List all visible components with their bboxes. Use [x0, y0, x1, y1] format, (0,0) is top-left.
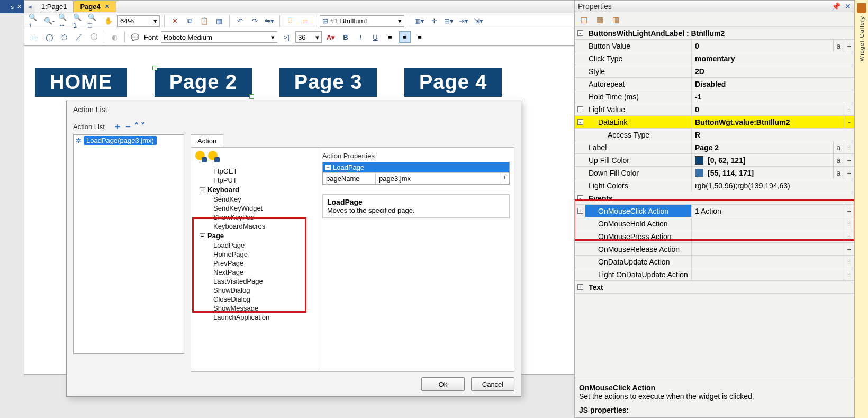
property-row[interactable]: pageName page3.jmx +	[323, 172, 509, 184]
grid-icon[interactable]: ▦	[213, 15, 225, 27]
plus-icon[interactable]: +	[844, 167, 854, 179]
move-up-icon[interactable]: ˄	[134, 121, 139, 132]
property-row[interactable]: Access TypeR	[575, 129, 854, 141]
underline-icon[interactable]: U	[369, 31, 381, 43]
property-group-events[interactable]: -Events	[575, 192, 854, 205]
add-icon[interactable]: ＋	[113, 121, 122, 132]
alphabetical-icon[interactable]: ▥	[594, 14, 605, 25]
property-row[interactable]: Light OnDataUpdate Action+	[575, 268, 854, 281]
categorized-icon[interactable]: ▤	[578, 14, 590, 25]
property-group-header[interactable]: − LoadPage	[323, 162, 509, 172]
rect-icon[interactable]: ▭	[29, 31, 40, 43]
tree-group-keyboard[interactable]: −Keyboard	[200, 185, 314, 195]
move-down-icon[interactable]: ˅	[141, 121, 145, 132]
property-row[interactable]: Up Fill Color[0, 62, 121]a+	[575, 154, 854, 167]
remove-icon[interactable]: －	[124, 121, 132, 132]
action-list-item[interactable]: ✲ LoadPage(page3.jmx)	[74, 135, 184, 146]
info-icon[interactable]: ⓘ	[88, 31, 100, 43]
collapse-icon[interactable]: -	[577, 106, 583, 112]
collapse-icon[interactable]: −	[200, 187, 205, 193]
layer2-icon[interactable]: ≣	[299, 15, 311, 27]
ellipse-icon[interactable]: ◯	[43, 31, 55, 43]
page-button-4[interactable]: Page 4	[404, 68, 502, 97]
property-row[interactable]: LabelPage 2a+	[575, 141, 854, 154]
expand-icon[interactable]: +	[577, 284, 583, 290]
page-button-3[interactable]: Page 3	[279, 68, 377, 97]
line-icon[interactable]: ／	[73, 31, 85, 43]
eraser-icon[interactable]: ◐	[108, 31, 120, 43]
spacing-icon[interactable]: ⇲▾	[473, 15, 484, 27]
widget-gallery-tab[interactable]: Widget Gallery	[855, 0, 868, 418]
tree-leaf[interactable]: SendKeyWidget	[213, 204, 314, 213]
tree-icon[interactable]	[195, 151, 205, 160]
property-row[interactable]: Style2D	[575, 65, 854, 78]
tree-leaf[interactable]: FtpPUT	[213, 176, 314, 185]
tree-leaf[interactable]: LastVisitedPage	[213, 277, 314, 286]
plus-icon[interactable]: +	[500, 173, 509, 184]
action-tree[interactable]: FtpGET FtpPUT −Keyboard SendKey SendKeyW…	[191, 148, 318, 371]
tree-leaf[interactable]: ShowMessage	[213, 304, 314, 313]
tree-leaf[interactable]: NextPage	[213, 268, 314, 277]
tree-leaf[interactable]: SendKey	[213, 195, 314, 204]
page-button-home[interactable]: HOME	[35, 68, 127, 97]
collapse-icon[interactable]: −	[325, 165, 331, 170]
tab-scroll-left-icon[interactable]: ◂	[24, 3, 35, 11]
tree-leaf[interactable]: CloseDialog	[213, 295, 314, 304]
a-button[interactable]: a	[833, 154, 844, 166]
collapse-icon[interactable]: -	[577, 195, 583, 201]
align-v-icon[interactable]: ✛	[428, 15, 440, 27]
property-value[interactable]: page3.jmx	[376, 173, 500, 184]
distrib-icon[interactable]: ⊞▾	[443, 15, 455, 27]
a-button[interactable]: a	[833, 141, 844, 153]
poly-icon[interactable]: ⬠	[58, 31, 70, 43]
tree-leaf[interactable]: HomePage	[213, 250, 314, 259]
tree-leaf[interactable]: FtpGET	[213, 167, 314, 176]
plus-icon[interactable]: +	[844, 154, 854, 166]
tree-leaf[interactable]: LaunchApplication	[213, 313, 314, 322]
collapse-icon[interactable]: -	[577, 119, 583, 125]
align-left-icon[interactable]: ≡	[384, 31, 396, 43]
tree-leaf[interactable]: ShowKeyPad	[213, 213, 314, 222]
plus-icon[interactable]: +	[844, 103, 854, 115]
flip-icon[interactable]: ⇋▾	[264, 15, 275, 27]
property-grid[interactable]: - ButtonsWithLightAndLabel : BtnIllum2 B…	[575, 27, 854, 380]
property-row-onmouseclick[interactable]: +OnMouseClick Action1 Action+	[575, 205, 854, 217]
property-row[interactable]: Click Typemomentary	[575, 52, 854, 65]
plus-icon[interactable]: +	[844, 243, 854, 255]
font-combo[interactable]: Roboto Medium ▾	[161, 31, 277, 43]
align-right-icon[interactable]: ≡	[414, 31, 426, 43]
action-listbox[interactable]: ✲ LoadPage(page3.jmx)	[73, 134, 184, 354]
tree-icon[interactable]	[208, 151, 218, 160]
plus-icon[interactable]: +	[844, 268, 854, 280]
property-row[interactable]: OnMouseRelease Action+	[575, 243, 854, 256]
indent-icon[interactable]: >]	[281, 31, 292, 43]
paste-icon[interactable]: 📋	[198, 15, 210, 27]
align-center-icon[interactable]: ≡	[399, 31, 411, 43]
tree-leaf-loadpage[interactable]: LoadPage	[213, 241, 314, 250]
font-size-combo[interactable]: 36 ▾	[295, 31, 322, 43]
close-icon[interactable]: ✕	[105, 3, 110, 10]
zoom-sel-icon[interactable]: 🔍□	[88, 15, 100, 27]
tree-leaf[interactable]: KeyboardMacros	[213, 222, 314, 231]
page-button-2[interactable]: Page 2	[155, 68, 252, 97]
zoom-actual-icon[interactable]: 🔍1	[73, 15, 85, 27]
property-row[interactable]: Light Colorsrgb(1,50,96);rgb(139,194,63)	[575, 179, 854, 192]
property-row[interactable]: OnDataUpdate Action+	[575, 256, 854, 268]
copy-icon[interactable]: ⧉	[184, 15, 195, 27]
plus-icon[interactable]: +	[844, 230, 854, 242]
property-row-datalink[interactable]: -DataLinkButtonWgt.value:BtnIllum2-	[575, 116, 854, 129]
close-icon[interactable]: ✕	[17, 3, 22, 10]
widget-name-combo[interactable]: ⊞ #1 BtnIllum1 ▾	[320, 15, 404, 27]
zoom-out-icon[interactable]: 🔍-	[43, 15, 55, 27]
property-row[interactable]: OnMousePress Action+	[575, 230, 854, 243]
zoom-fit-icon[interactable]: 🔍↔	[58, 15, 70, 27]
property-group-text[interactable]: +Text	[575, 281, 854, 294]
property-row[interactable]: Hold Time (ms)-1	[575, 90, 854, 103]
pin-icon[interactable]: 📌	[831, 2, 840, 11]
close-icon[interactable]: ✕	[845, 2, 851, 11]
property-row[interactable]: -Light Value0+	[575, 103, 854, 116]
minus-icon[interactable]: -	[844, 116, 854, 128]
tab-page4[interactable]: Page4 ✕	[74, 1, 116, 12]
tab-page1[interactable]: 1:Page1	[35, 1, 74, 12]
property-row[interactable]: OnMouseHold Action+	[575, 217, 854, 230]
